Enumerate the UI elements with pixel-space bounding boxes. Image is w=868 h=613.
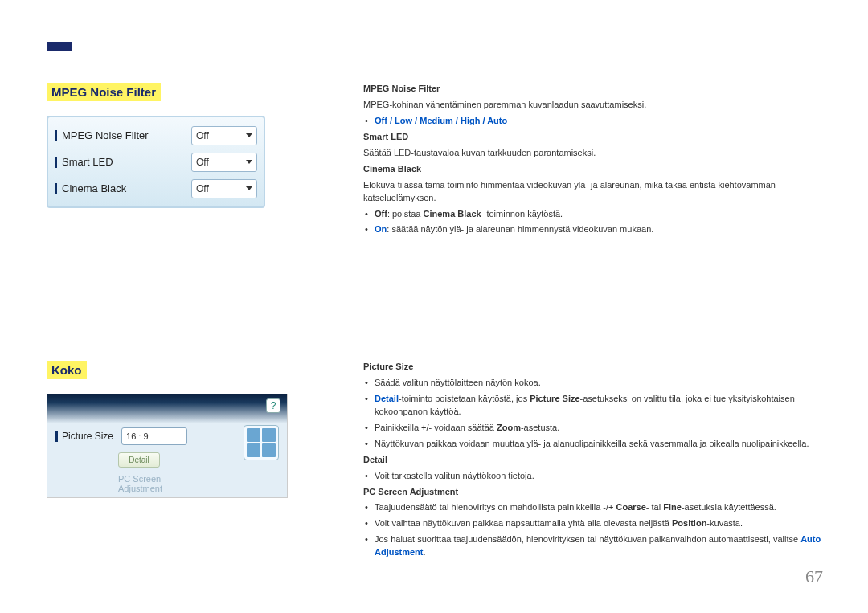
- desc-text: -toiminnon käytöstä.: [481, 209, 563, 219]
- desc-text: -asetusta.: [521, 423, 559, 432]
- term-off: Off: [375, 209, 387, 219]
- list-item: Jos haluat suorittaa taajuudensäädön, hi…: [363, 533, 829, 559]
- section-heading-koko: Koko: [47, 361, 87, 379]
- setting-row-cinema-black: Cinema Black Off: [55, 175, 257, 202]
- term-detail: Detail: [375, 394, 399, 403]
- desc-text: Säätää LED-taustavaloa kuvan tarkkuuden …: [363, 147, 829, 160]
- grid-cell: [247, 428, 260, 442]
- term-zoom: Zoom: [497, 423, 521, 432]
- pc-screen-adjustment-label: PC Screen Adjustment: [118, 474, 237, 493]
- desc-text: : säätää näytön ylä- ja alareunan himmen…: [387, 224, 653, 234]
- term-coarse: Coarse: [616, 502, 646, 512]
- desc-heading-mpeg: MPEG Noise Filter: [363, 83, 829, 96]
- list-item: Näyttökuvan paikkaa voidaan muuttaa ylä-…: [363, 438, 829, 451]
- label-line2: Adjustment: [118, 484, 162, 493]
- setting-dropdown-cinema-black[interactable]: Off: [191, 179, 257, 198]
- setting-dropdown-picture-size[interactable]: 16 : 9: [121, 427, 187, 445]
- desc-text: Painikkeilla +/- voidaan säätää: [375, 423, 497, 432]
- grid-cell: [247, 443, 260, 457]
- term-fine: Fine: [663, 502, 682, 512]
- setting-row-smart-led: Smart LED Off: [55, 149, 257, 175]
- setting-label: Cinema Black: [55, 182, 191, 194]
- detail-button[interactable]: Detail: [118, 452, 160, 468]
- mpeg-settings-panel: MPEG Noise Filter Off Smart LED Off Cine…: [47, 116, 265, 208]
- dropdown-value: Off: [196, 130, 209, 141]
- desc-text: MPEG-kohinan vähentäminen paremman kuvan…: [363, 99, 829, 112]
- chevron-down-icon: [246, 186, 252, 190]
- list-item: Säädä valitun näyttölaitteen näytön koko…: [363, 377, 829, 390]
- dropdown-value: Off: [196, 157, 209, 168]
- setting-label: Picture Size: [55, 431, 113, 442]
- desc-heading-picture-size: Picture Size: [363, 361, 829, 374]
- desc-heading-pc-screen-adjustment: PC Screen Adjustment: [363, 486, 829, 499]
- list-item: On: säätää näytön ylä- ja alareunan himm…: [363, 223, 829, 236]
- desc-text: Elokuva-tilassa tämä toiminto himmentää …: [363, 179, 829, 205]
- list-item: Voit vaihtaa näyttökuvan paikkaa napsaut…: [363, 517, 829, 530]
- setting-dropdown-smart-led[interactable]: Off: [191, 153, 257, 172]
- desc-heading-detail: Detail: [363, 454, 829, 467]
- desc-text: -kuvasta.: [706, 518, 743, 528]
- desc-text: Taajuudensäätö tai hienoviritys on mahdo…: [375, 502, 616, 512]
- position-grid-icon[interactable]: [244, 425, 279, 460]
- setting-label: MPEG Noise Filter: [55, 129, 191, 141]
- chevron-down-icon: [246, 160, 252, 164]
- desc-text: Jos haluat suorittaa taajuudensäädön, hi…: [375, 534, 800, 544]
- page-number: 67: [805, 566, 823, 587]
- desc-heading-cinema-black: Cinema Black: [363, 163, 829, 176]
- help-icon[interactable]: ?: [266, 398, 280, 413]
- desc-text: - tai: [646, 502, 663, 512]
- setting-label: Smart LED: [55, 156, 191, 168]
- dropdown-value: 16 : 9: [126, 431, 149, 441]
- list-item: Voit tarkastella valitun näyttökoon tiet…: [363, 470, 829, 483]
- list-item: Detail-toiminto poistetaan käytöstä, jos…: [363, 393, 829, 419]
- list-item: Off / Low / Medium / High / Auto: [363, 115, 829, 128]
- section-heading-mpeg: MPEG Noise Filter: [47, 83, 161, 101]
- desc-heading-smart-led: Smart LED: [363, 131, 829, 144]
- chevron-down-icon: [246, 133, 252, 137]
- desc-text: -toiminto poistetaan käytöstä, jos: [399, 394, 530, 403]
- page-top-rule: [47, 51, 821, 51]
- setting-dropdown-mpeg-noise[interactable]: Off: [191, 126, 257, 145]
- term-picture-size: Picture Size: [530, 394, 579, 403]
- dropdown-value: Off: [196, 183, 209, 194]
- option-list: Off / Low / Medium / High / Auto: [375, 116, 507, 125]
- setting-row-picture-size: Picture Size 16 : 9: [55, 425, 237, 447]
- term-on: On: [375, 224, 387, 234]
- size-settings-panel: ? Picture Size 16 : 9 Detail PC Screen A…: [47, 394, 288, 498]
- label-line1: PC Screen: [118, 474, 161, 484]
- setting-row-mpeg-noise: MPEG Noise Filter Off: [55, 122, 257, 149]
- desc-text: .: [424, 547, 426, 557]
- term-position: Position: [672, 518, 706, 528]
- list-item: Off: poistaa Cinema Black -toiminnon käy…: [363, 208, 829, 221]
- term-cinema-black: Cinema Black: [424, 209, 481, 219]
- list-item: Painikkeilla +/- voidaan säätää Zoom-ase…: [363, 422, 829, 435]
- desc-text: -asetuksia käytettäessä.: [682, 502, 776, 512]
- grid-cell: [262, 428, 276, 442]
- grid-cell: [262, 443, 276, 457]
- list-item: Taajuudensäätö tai hienoviritys on mahdo…: [363, 501, 829, 514]
- desc-text: Voit vaihtaa näyttökuvan paikkaa napsaut…: [375, 518, 672, 528]
- desc-text: : poistaa: [387, 209, 424, 219]
